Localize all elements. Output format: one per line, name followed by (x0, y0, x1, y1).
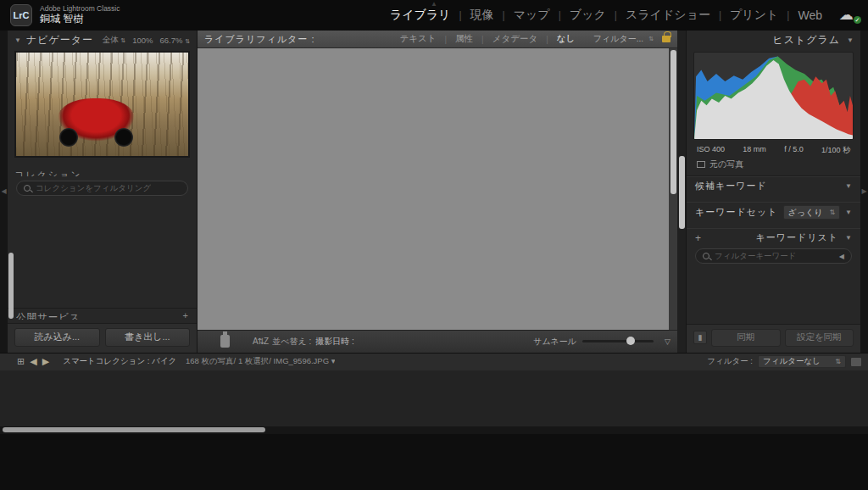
suggested-keywords-header[interactable]: 候補キーワード ▼ (687, 176, 860, 195)
original-photo-row: 元の写真 (687, 156, 860, 176)
filter-tab[interactable]: 属性 (447, 33, 481, 45)
collapse-right-strip[interactable]: ▶ (860, 31, 868, 353)
switcher-icon: ⇅ (185, 38, 190, 44)
shutter-speed: 1/100 秒 (821, 145, 850, 156)
photo-grid (198, 48, 677, 330)
focal-length: 18 mm (743, 145, 766, 156)
navigator-header[interactable]: ▼ ナビゲーター 全体 ⇅ 100% 66.7% ⇅ (8, 31, 197, 49)
user-name: 銅城 智樹 (40, 14, 120, 25)
switcher-icon: ⇅ (835, 358, 841, 365)
module-7[interactable]: Web (789, 8, 831, 22)
lightroom-window: LrC Adobe Lightroom Classic 銅城 智樹 ▲ ライブラ… (0, 0, 868, 490)
filter-toggle-icon[interactable] (851, 358, 861, 366)
collections-search-input[interactable]: コレクションをフィルタリング (16, 181, 188, 196)
collapse-top-icon[interactable]: ▲ (431, 0, 437, 8)
filmstrip-breadcrumb[interactable]: スマートコレクション : バイク 168 枚の写真/ 1 枚選択/ IMG_95… (63, 356, 335, 367)
filter-preset[interactable]: フィルター... (593, 33, 643, 45)
filter-tab[interactable]: なし (548, 33, 584, 45)
export-button[interactable]: 書き出し... (105, 328, 191, 347)
chevron-right-icon: ▶ (861, 187, 866, 195)
forward-arrow-icon[interactable]: ▶ (42, 356, 49, 367)
exif-readout: ISO 400 18 mm f / 5.0 1/100 秒 (687, 143, 860, 156)
nav-zoom-100[interactable]: 100% (132, 36, 153, 45)
left-panel-scrollbar[interactable] (8, 253, 14, 319)
thumbnail-size-slider[interactable] (582, 340, 654, 342)
import-button[interactable]: 読み込み... (14, 328, 100, 347)
collapse-icon: ▼ (14, 36, 21, 44)
module-6[interactable]: プリント (721, 8, 787, 23)
grid-area: ライブラリフィルター : テキスト|属性|メタデータ|なし フィルター... ⇅… (198, 31, 677, 353)
filter-tab[interactable]: メタデータ (484, 33, 546, 45)
filmstrip-scrollbar[interactable] (0, 426, 868, 434)
toolbar: A⇅Z 並べ替え : 撮影日時 : サムネール ▽ (198, 330, 677, 353)
switcher-icon: ⇅ (120, 37, 125, 43)
nav-zoom-fit[interactable]: 全体 ⇅ (103, 35, 126, 46)
filmstrip-bar: ⊞ ◀ ▶ スマートコレクション : バイク 168 枚の写真/ 1 枚選択/ … (0, 353, 868, 370)
thumbnail-size-label: サムネール (533, 336, 576, 348)
sort-label: 並べ替え : (272, 336, 311, 348)
cloud-sync-icon[interactable]: ☁✓ (839, 8, 860, 23)
lrc-logo: LrC (10, 4, 32, 26)
collections-header[interactable]: コレクション (8, 163, 197, 176)
keyword-set-grid (687, 221, 860, 228)
red-motorcycle-preview (58, 98, 135, 142)
collapse-icon: ▼ (847, 36, 854, 44)
keyword-set-dropdown[interactable]: ざっくり ⇅ (783, 205, 841, 220)
filmstrip (0, 370, 868, 426)
grid-view-shortcut-icon[interactable]: ⊞ (17, 356, 25, 367)
histogram-header[interactable]: ヒストグラム ▼ (687, 31, 860, 49)
publish-services-header[interactable]: 公開サービス + (8, 308, 197, 323)
module-1[interactable]: ライブラリ (381, 8, 459, 23)
filmstrip-filter-dropdown[interactable]: フィルターなし ⇅ (758, 355, 846, 368)
chevron-left-icon[interactable]: ◀ (839, 253, 844, 260)
right-panel-scrollbar[interactable] (677, 31, 686, 353)
keyword-set-header: キーワードセット ざっくり ⇅ ▼ (687, 202, 860, 221)
back-arrow-icon[interactable]: ◀ (30, 356, 36, 367)
keyword-list-header[interactable]: + キーワードリスト ▼ (687, 228, 860, 247)
collapse-icon: ▼ (845, 182, 852, 190)
filter-tabs: テキスト|属性|メタデータ|なし (391, 33, 583, 45)
sync-button[interactable]: 同期 (711, 329, 781, 347)
nav-zoom-level[interactable]: 66.7% ⇅ (160, 36, 190, 45)
switcher-icon: ⇅ (829, 209, 835, 216)
keyword-list (687, 267, 860, 324)
library-filter-bar: ライブラリフィルター : テキスト|属性|メタデータ|なし フィルター... ⇅ (198, 31, 677, 48)
sort-value[interactable]: 撮影日時 : (315, 336, 354, 348)
right-panel: ヒストグラム ▼ ISO 400 18 mm f / 5.0 1/100 秒 (686, 31, 860, 353)
collections-list (8, 200, 197, 308)
grid-scrollbar[interactable] (669, 48, 677, 330)
keyword-search-input[interactable]: フィルターキーワード ◀ (695, 248, 852, 264)
bottom-edge (0, 434, 868, 490)
module-5[interactable]: スライドショー (617, 8, 719, 23)
photo-state-icon (697, 161, 705, 168)
filter-bar-title: ライブラリフィルター : (204, 33, 314, 46)
filmstrip-filter-label: フィルター : (707, 356, 753, 367)
suggested-keywords-grid (687, 195, 860, 202)
left-panel: ▼ ナビゲーター 全体 ⇅ 100% 66.7% ⇅ コレクション コレクション… (8, 31, 198, 353)
aperture: f / 5.0 (784, 145, 804, 156)
add-icon[interactable]: + (183, 310, 188, 320)
caret-icon: ▾ (331, 356, 336, 365)
top-bar: LrC Adobe Lightroom Classic 銅城 智樹 ▲ ライブラ… (0, 0, 868, 31)
toolbar-options-icon[interactable]: ▽ (665, 337, 670, 346)
lock-icon[interactable] (662, 36, 670, 42)
iso-value: ISO 400 (697, 145, 725, 156)
collapse-left-strip[interactable]: ◀ (0, 31, 8, 353)
spray-can-icon[interactable] (220, 335, 230, 348)
photo-count-info: 168 枚の写真/ 1 枚選択/ IMG_9596.JPG (186, 356, 329, 365)
search-icon (703, 253, 709, 259)
sync-switch-icon[interactable]: ▮ (693, 331, 707, 344)
module-3[interactable]: マップ (505, 8, 559, 23)
switcher-icon: ⇅ (648, 36, 654, 42)
sync-settings-button[interactable]: 設定を同期 (785, 329, 854, 347)
collapse-icon: ▼ (845, 209, 852, 216)
collapse-icon: ▼ (845, 234, 852, 242)
module-4[interactable]: ブック (561, 8, 615, 23)
module-2[interactable]: 現像 (462, 8, 503, 23)
add-keyword-icon[interactable]: + (695, 232, 701, 244)
module-picker: ライブラリ|現像|マップ|ブック|スライドショー|プリント|Web☁✓ (381, 8, 860, 23)
sort-direction-icon[interactable]: A⇅Z (253, 337, 268, 346)
histogram-chart[interactable] (693, 52, 854, 140)
filter-tab[interactable]: テキスト (391, 33, 444, 45)
navigator-preview[interactable] (14, 51, 190, 158)
